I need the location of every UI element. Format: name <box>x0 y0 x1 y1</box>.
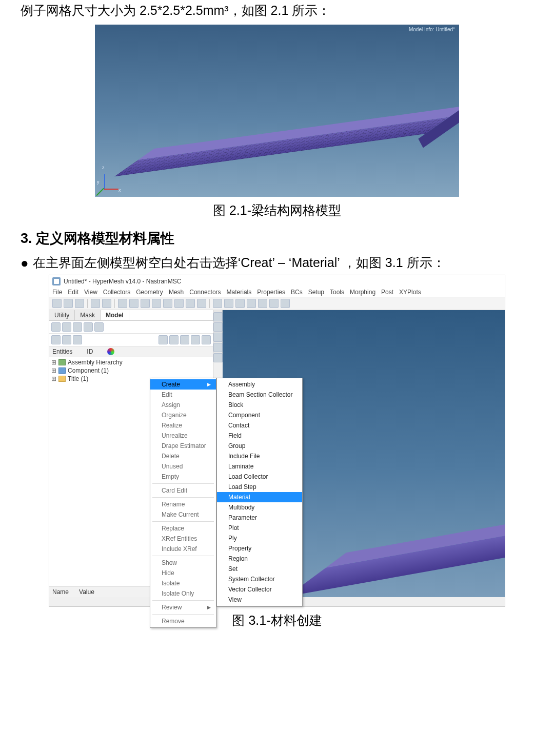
panel-toolbar-icon[interactable] <box>62 335 71 344</box>
submenu-item[interactable]: Parameter <box>217 513 302 523</box>
menu-tools[interactable]: Tools <box>330 289 344 296</box>
context-menu-item[interactable]: Delete <box>150 451 216 461</box>
context-menu-item[interactable]: Assign <box>150 400 216 410</box>
submenu-item[interactable]: Component <box>217 410 302 420</box>
toolbar-icon[interactable] <box>235 299 245 308</box>
panel-toolbar-icon[interactable] <box>51 322 61 332</box>
tab-mask[interactable]: Mask <box>75 310 101 320</box>
toolbar-icon[interactable] <box>52 299 62 308</box>
submenu-item[interactable]: Group <box>217 441 302 451</box>
menu-file[interactable]: File <box>52 289 62 296</box>
menu-geometry[interactable]: Geometry <box>136 289 163 296</box>
submenu-item[interactable]: Material <box>217 492 302 502</box>
submenu-item[interactable]: Multibody <box>217 502 302 513</box>
context-menu-item[interactable]: Hide <box>150 568 216 578</box>
context-menu-item[interactable]: Remove <box>150 616 216 626</box>
toolbar-icon[interactable] <box>258 299 267 308</box>
context-menu-item[interactable]: Organize <box>150 410 216 420</box>
submenu-item[interactable]: Block <box>217 400 302 410</box>
create-submenu[interactable]: AssemblyBeam Section CollectorBlockCompo… <box>216 378 303 606</box>
context-menu-item[interactable]: XRef Entities <box>150 534 216 544</box>
submenu-item[interactable]: Contact <box>217 420 302 431</box>
context-menu-item[interactable]: Make Current <box>150 509 216 520</box>
context-menu-item[interactable]: Unused <box>150 461 216 472</box>
toolbar-icon[interactable] <box>247 299 256 308</box>
toolbar-icon[interactable] <box>118 299 127 308</box>
submenu-item[interactable]: Load Step <box>217 482 302 492</box>
submenu-item[interactable]: Ply <box>217 533 302 543</box>
toolbar-icon[interactable] <box>269 299 279 308</box>
toolbar-icon[interactable] <box>91 299 100 308</box>
menu-mesh[interactable]: Mesh <box>169 289 184 296</box>
toolbar-icon[interactable] <box>197 299 206 308</box>
toolbar-icon[interactable] <box>141 299 150 308</box>
context-menu-item[interactable]: Unrealize <box>150 431 216 441</box>
panel-toolbar-icon[interactable] <box>180 335 189 344</box>
menu-view[interactable]: View <box>84 289 97 296</box>
toolbar-icon[interactable] <box>102 299 111 308</box>
toolbar-icon[interactable] <box>224 299 233 308</box>
tab-model[interactable]: Model <box>101 310 129 320</box>
toolbar-icon[interactable] <box>281 299 290 308</box>
context-menu-item[interactable]: Empty <box>150 472 216 482</box>
tab-utility[interactable]: Utility <box>49 310 75 320</box>
menu-connectors[interactable]: Connectors <box>189 289 221 296</box>
toolbar-icon[interactable] <box>186 299 195 308</box>
menu-edit[interactable]: Edit <box>68 289 78 296</box>
submenu-item[interactable]: Laminate <box>217 461 302 472</box>
context-menu-item[interactable]: Show <box>150 558 216 568</box>
toolbar-icon[interactable] <box>213 299 222 308</box>
toolbar-icon[interactable] <box>163 299 172 308</box>
toolbar-icon[interactable] <box>64 299 73 308</box>
submenu-item[interactable]: Vector Collector <box>217 584 302 595</box>
tree-node-component[interactable]: ⊞Component (1) <box>51 366 211 375</box>
panel-toolbar-icon[interactable] <box>62 322 71 332</box>
submenu-item[interactable]: Set <box>217 564 302 574</box>
panel-toolbar-icon[interactable] <box>94 322 104 332</box>
side-toolbar-icon[interactable] <box>213 333 223 342</box>
menu-collectors[interactable]: Collectors <box>103 289 130 296</box>
menu-bcs[interactable]: BCs <box>291 289 303 296</box>
menu-morphing[interactable]: Morphing <box>350 289 375 296</box>
submenu-item[interactable]: Include File <box>217 451 302 461</box>
menu-properties[interactable]: Properties <box>257 289 285 296</box>
context-menu-item[interactable]: Create▶ <box>150 379 216 390</box>
panel-toolbar-icon[interactable] <box>73 322 82 332</box>
submenu-item[interactable]: System Collector <box>217 574 302 584</box>
panel-toolbar-icon[interactable] <box>191 335 200 344</box>
panel-toolbar-icon[interactable] <box>73 335 82 344</box>
toolbar-icon[interactable] <box>174 299 184 308</box>
context-menu[interactable]: Create▶EditAssignOrganizeRealizeUnrealiz… <box>150 378 216 628</box>
context-menu-item[interactable]: Rename <box>150 499 216 509</box>
context-menu-item[interactable]: Card Edit <box>150 485 216 496</box>
context-menu-item[interactable]: Review▶ <box>150 602 216 612</box>
panel-toolbar-icon[interactable] <box>84 322 93 332</box>
submenu-item[interactable]: Region <box>217 554 302 564</box>
menu-post[interactable]: Post <box>381 289 393 296</box>
submenu-item[interactable]: Field <box>217 431 302 441</box>
submenu-item[interactable]: Plot <box>217 523 302 533</box>
submenu-item[interactable]: Load Collector <box>217 472 302 482</box>
side-toolbar-icon[interactable] <box>213 353 223 362</box>
context-menu-item[interactable]: Replace <box>150 523 216 534</box>
submenu-item[interactable]: Property <box>217 543 302 554</box>
toolbar-icon[interactable] <box>75 299 84 308</box>
toolbar-icon[interactable] <box>129 299 138 308</box>
submenu-item[interactable]: Beam Section Collector <box>217 390 302 400</box>
menu-xyplots[interactable]: XYPlots <box>399 289 421 296</box>
panel-toolbar-icon[interactable] <box>51 335 61 344</box>
submenu-item[interactable]: Assembly <box>217 379 302 390</box>
toolbar-icon[interactable] <box>152 299 161 308</box>
side-toolbar-icon[interactable] <box>213 322 223 332</box>
context-menu-item[interactable]: Drape Estimator <box>150 441 216 451</box>
side-toolbar-icon[interactable] <box>213 312 223 321</box>
panel-toolbar-icon[interactable] <box>202 335 211 344</box>
context-menu-item[interactable]: Realize <box>150 420 216 431</box>
tree-node-assembly[interactable]: ⊞Assembly Hierarchy <box>51 358 211 366</box>
context-menu-item[interactable]: Edit <box>150 390 216 400</box>
menu-materials[interactable]: Materials <box>227 289 252 296</box>
submenu-item[interactable]: View <box>217 595 302 605</box>
side-toolbar-icon[interactable] <box>213 343 223 352</box>
context-menu-item[interactable]: Isolate <box>150 578 216 588</box>
panel-toolbar-icon[interactable] <box>169 335 179 344</box>
